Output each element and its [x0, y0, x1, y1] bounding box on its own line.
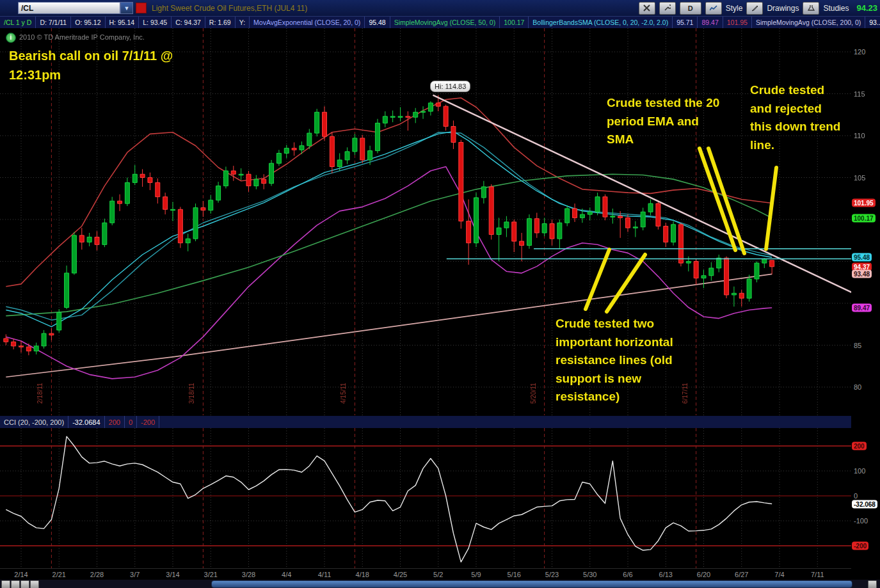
- toolbar-cell-15[interactable]: 101.95: [723, 17, 752, 28]
- sma200-tag: 93.48: [852, 270, 872, 278]
- date-label-6-27: 6/27: [735, 571, 748, 578]
- date-label-3-7: 3/7: [130, 571, 140, 578]
- cci-header: CCI (20, -200, 200)-32.06842000-200: [0, 416, 851, 428]
- scrollbar-thumb[interactable]: [211, 580, 852, 588]
- ema20-tag: 95.48: [852, 253, 872, 262]
- price-label-85: 85: [854, 342, 861, 349]
- expiration-label-3-18-11: 3/18/11: [188, 383, 195, 404]
- price-label-110: 110: [854, 132, 865, 139]
- tools-icon[interactable]: [639, 2, 655, 15]
- expiration-label-2-18-11: 2/18/11: [36, 383, 44, 404]
- trading-platform-window: /CL ▼ Light Sweet Crude Oil Futures,ETH …: [0, 0, 880, 588]
- layout-button-1[interactable]: [1, 580, 10, 588]
- date-label-4-11: 4/11: [318, 571, 332, 578]
- date-label-7-4: 7/4: [774, 571, 784, 578]
- price-label-120: 120: [854, 48, 865, 56]
- toolbar-cell-3[interactable]: H: 95.14: [106, 17, 140, 28]
- toolbar-cell-10[interactable]: SimpleMovingAvg (CLOSE, 50, 0): [390, 17, 500, 28]
- date-label-6-13: 6/13: [659, 571, 673, 578]
- toolbar-cell-4[interactable]: L: 93.45: [139, 17, 172, 28]
- toolbar-cell-14[interactable]: 89.47: [698, 17, 723, 28]
- style-button[interactable]: Style: [726, 4, 743, 13]
- title-bar: /CL ▼ Light Sweet Crude Oil Futures,ETH …: [0, 0, 880, 17]
- toolbar-cell-6[interactable]: R: 1.69: [205, 17, 236, 28]
- date-axis[interactable]: 2/142/212/283/73/143/213/284/44/114/184/…: [0, 568, 851, 580]
- toolbar-cell-0[interactable]: /CL 1 y D: [0, 17, 36, 28]
- layout-button-3[interactable]: [20, 580, 29, 588]
- date-label-6-6: 6/6: [623, 571, 632, 578]
- cci-label[interactable]: CCI (20, -200, 200): [0, 416, 68, 428]
- cci-axis-label-100: 100: [854, 467, 865, 475]
- cci-tag-200: 200: [852, 442, 867, 450]
- annotation-ema-note: Crude tested the 20 period EMA and SMA: [607, 94, 721, 149]
- toolbar-cell-16[interactable]: SimpleMovingAvg (CLOSE, 200, 0): [752, 17, 865, 28]
- interval-button[interactable]: D: [680, 2, 701, 15]
- copyright-text: 2010 © TD Ameritrade IP Company, Inc.: [19, 33, 145, 41]
- date-label-5-23: 5/23: [545, 571, 559, 578]
- toolbar-cell-2[interactable]: O: 95.12: [71, 17, 105, 28]
- last-price-display: 94.23: [856, 3, 877, 13]
- date-label-2-28: 2/28: [90, 571, 104, 578]
- expiration-label-4-15-11: 4/15/11: [340, 383, 347, 404]
- layout-button-2[interactable]: [11, 580, 20, 588]
- cci-value[interactable]: -32.0684: [68, 416, 104, 428]
- date-label-5-2: 5/2: [433, 571, 443, 578]
- annotation-trend-note: Crude tested and rejected this down tren…: [750, 81, 841, 154]
- toolbar-cell-11[interactable]: 100.17: [500, 17, 529, 28]
- layout-button-4[interactable]: [30, 580, 39, 588]
- studies-button[interactable]: Studies: [823, 4, 849, 13]
- sma50-tag: 100.17: [852, 214, 876, 222]
- date-label-3-28: 3/28: [242, 571, 255, 578]
- price-label-115: 115: [854, 90, 865, 98]
- expiration-label-5-20-11: 5/20/11: [530, 383, 537, 404]
- drawings-button[interactable]: Drawings: [767, 4, 799, 13]
- date-label-3-21: 3/21: [204, 571, 218, 578]
- date-label-5-16: 5/16: [508, 571, 521, 578]
- date-label-6-20: 6/20: [697, 571, 710, 578]
- chart-scrollbar: [0, 580, 880, 588]
- wrench-icon[interactable]: [659, 2, 676, 15]
- cci-level-200[interactable]: 200: [105, 416, 125, 428]
- toolbar-cell-9[interactable]: 95.48: [365, 17, 390, 28]
- toolbar-cell-13[interactable]: 95.71: [673, 17, 698, 28]
- corner-settings-icon[interactable]: [868, 580, 877, 588]
- style-icon[interactable]: [705, 2, 722, 15]
- annotation-bearish-call: Bearish call on oil 7/1/11 @ 12:31pm: [9, 46, 188, 84]
- link-color-button[interactable]: [136, 3, 147, 13]
- date-label-2-21: 2/21: [52, 571, 66, 578]
- cci-tag--32.068: -32.068: [852, 500, 877, 508]
- cci-chart-canvas[interactable]: [0, 428, 851, 568]
- date-label-4-18: 4/18: [356, 571, 369, 578]
- price-axis[interactable]: 1201151101058580101.95100.1795.4894.3793…: [851, 28, 880, 580]
- cci-axis-label-0: 0: [854, 492, 858, 500]
- date-label-2-14: 2/14: [14, 571, 28, 578]
- annotation-resistance-note: Crude tested two important horizontal re…: [556, 315, 698, 406]
- studies-icon[interactable]: [803, 2, 819, 15]
- price-chart-canvas[interactable]: [0, 28, 851, 415]
- toolbar-cell-12[interactable]: BollingerBandsSMA (CLOSE, 0, 20, -2.0, 2…: [529, 17, 673, 28]
- symbol-input[interactable]: /CL: [18, 2, 120, 14]
- date-label-4-4: 4/4: [282, 571, 291, 578]
- date-label-7-11: 7/11: [811, 571, 824, 578]
- toolbar-cell-7[interactable]: Y:: [236, 17, 250, 28]
- date-label-5-30: 5/30: [583, 571, 596, 578]
- cci-level-neg200[interactable]: -200: [137, 416, 159, 428]
- symbol-dropdown-icon[interactable]: ▼: [120, 2, 133, 14]
- price-label-80: 80: [854, 383, 861, 391]
- drawings-icon[interactable]: [746, 2, 763, 15]
- instrument-title: Light Sweet Crude Oil Futures,ETH (JUL4 …: [152, 4, 307, 13]
- toolbar-cells: /CL 1 y DD: 7/1/11O: 95.12H: 95.14L: 93.…: [0, 17, 880, 28]
- toolbar-cell-1[interactable]: D: 7/1/11: [36, 17, 71, 28]
- toolbar-cell-8[interactable]: MovAvgExponential (CLOSE, 20, 0): [250, 17, 365, 28]
- expiration-label-6-17-11: 6/17/11: [682, 383, 689, 404]
- toolbar-cell-17[interactable]: 93...: [865, 17, 880, 28]
- high-price-bubble: Hi: 114.83: [430, 81, 470, 92]
- studies-toolbar: /CL 1 y DD: 7/1/11O: 95.12H: 95.14L: 93.…: [0, 17, 880, 28]
- toolbar-cell-5[interactable]: C: 94.37: [172, 17, 205, 28]
- cci-axis-label--100: -100: [854, 517, 868, 525]
- date-label-5-9: 5/9: [471, 571, 481, 578]
- cci-level-0[interactable]: 0: [125, 416, 137, 428]
- date-label-4-25: 4/25: [394, 571, 407, 578]
- cci-tag--200: -200: [852, 542, 868, 550]
- info-icon[interactable]: i: [6, 33, 16, 43]
